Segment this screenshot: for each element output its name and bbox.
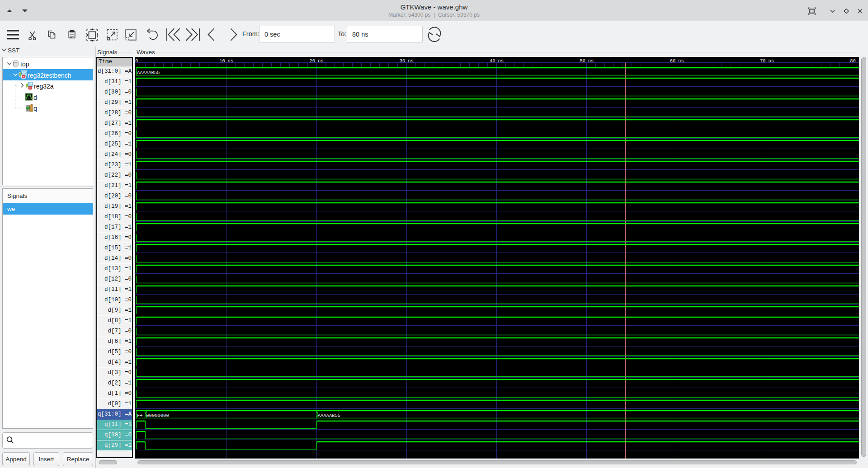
svg-text:00000000: 00000000: [146, 413, 169, 418]
svg-text:30: 30: [400, 58, 406, 64]
svg-text:ns: ns: [498, 58, 504, 64]
svg-text:ns: ns: [408, 58, 414, 64]
svg-text:20: 20: [309, 58, 315, 64]
svg-text:F+: F+: [137, 413, 143, 418]
svg-text:ns: ns: [318, 58, 324, 64]
svg-text:ns: ns: [678, 58, 684, 64]
svg-text:ns: ns: [768, 58, 774, 64]
svg-text:60: 60: [670, 58, 676, 64]
svg-text:AAAAAB55: AAAAAB55: [318, 413, 340, 418]
svg-text:70: 70: [760, 58, 766, 64]
svg-text:ns: ns: [588, 58, 594, 64]
svg-text:ns: ns: [859, 58, 859, 64]
svg-text:40: 40: [490, 58, 495, 64]
svg-text:ns: ns: [228, 58, 234, 64]
svg-text:0: 0: [135, 58, 138, 64]
svg-text:10: 10: [219, 58, 225, 64]
svg-text:80: 80: [850, 58, 856, 64]
svg-text:50: 50: [580, 58, 585, 64]
svg-text:AAAAAB55: AAAAAB55: [137, 70, 160, 75]
